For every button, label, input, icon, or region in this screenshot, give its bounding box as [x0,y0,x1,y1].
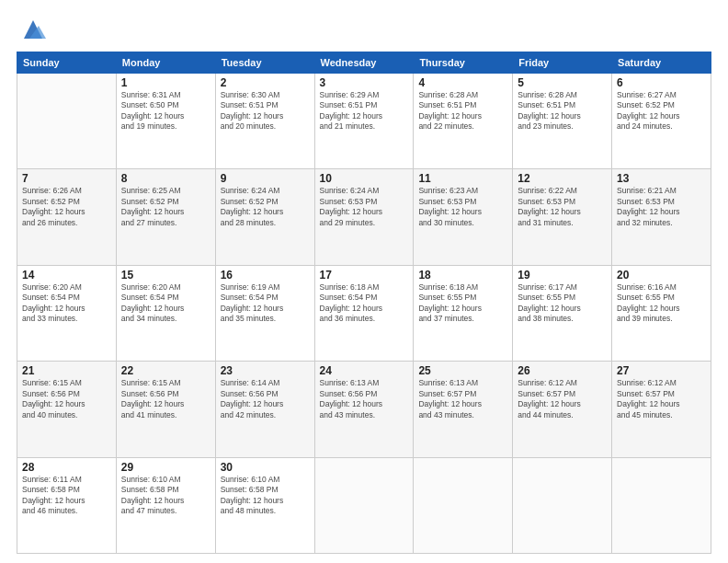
weekday-header-sunday: Sunday [17,52,117,74]
calendar-cell: 2Sunrise: 6:30 AM Sunset: 6:51 PM Daylig… [215,74,314,169]
day-number: 23 [221,364,310,377]
calendar-cell: 17Sunrise: 6:18 AM Sunset: 6:54 PM Dayli… [314,265,414,361]
day-number: 11 [418,172,507,185]
day-number: 25 [418,364,507,377]
day-number: 27 [617,364,706,377]
calendar-cell: 6Sunrise: 6:27 AM Sunset: 6:52 PM Daylig… [612,74,711,169]
day-info: Sunrise: 6:15 AM Sunset: 6:56 PM Dayligh… [22,378,111,420]
day-number: 26 [518,364,607,377]
calendar-cell: 5Sunrise: 6:28 AM Sunset: 6:51 PM Daylig… [513,74,612,169]
day-number: 19 [518,269,607,282]
day-number: 20 [617,269,706,282]
calendar-cell: 29Sunrise: 6:10 AM Sunset: 6:58 PM Dayli… [116,457,215,553]
day-number: 28 [22,461,111,474]
day-info: Sunrise: 6:10 AM Sunset: 6:58 PM Dayligh… [121,475,210,517]
day-number: 21 [22,364,111,377]
calendar-cell [612,457,711,553]
calendar-cell: 30Sunrise: 6:10 AM Sunset: 6:58 PM Dayli… [215,457,314,553]
calendar-cell: 24Sunrise: 6:13 AM Sunset: 6:56 PM Dayli… [314,362,414,457]
calendar-cell: 10Sunrise: 6:24 AM Sunset: 6:53 PM Dayli… [314,169,414,265]
calendar-cell [513,457,612,553]
calendar-cell: 23Sunrise: 6:14 AM Sunset: 6:56 PM Dayli… [215,362,314,457]
day-info: Sunrise: 6:27 AM Sunset: 6:52 PM Dayligh… [617,90,706,132]
day-info: Sunrise: 6:22 AM Sunset: 6:53 PM Dayligh… [518,186,607,228]
calendar-cell [314,457,414,553]
day-number: 18 [418,269,507,282]
calendar-cell [414,457,513,553]
calendar-cell [17,74,117,169]
weekday-header-tuesday: Tuesday [215,52,314,74]
weekday-header-thursday: Thursday [414,52,513,74]
day-info: Sunrise: 6:16 AM Sunset: 6:55 PM Dayligh… [617,282,706,325]
logo-icon [20,17,46,42]
calendar-cell: 12Sunrise: 6:22 AM Sunset: 6:53 PM Dayli… [513,169,612,265]
calendar-cell: 22Sunrise: 6:15 AM Sunset: 6:56 PM Dayli… [116,362,215,457]
calendar-cell: 14Sunrise: 6:20 AM Sunset: 6:54 PM Dayli… [17,265,117,361]
day-number: 8 [121,172,210,185]
calendar-cell: 19Sunrise: 6:17 AM Sunset: 6:55 PM Dayli… [513,265,612,361]
day-info: Sunrise: 6:23 AM Sunset: 6:53 PM Dayligh… [418,186,507,228]
day-number: 30 [221,461,310,474]
day-number: 14 [22,269,111,282]
day-info: Sunrise: 6:20 AM Sunset: 6:54 PM Dayligh… [22,282,111,325]
calendar-cell: 11Sunrise: 6:23 AM Sunset: 6:53 PM Dayli… [414,169,513,265]
calendar-cell: 18Sunrise: 6:18 AM Sunset: 6:55 PM Dayli… [414,265,513,361]
logo [17,17,46,42]
day-info: Sunrise: 6:15 AM Sunset: 6:56 PM Dayligh… [121,378,210,420]
calendar-cell: 25Sunrise: 6:13 AM Sunset: 6:57 PM Dayli… [414,362,513,457]
calendar-cell: 8Sunrise: 6:25 AM Sunset: 6:52 PM Daylig… [116,169,215,265]
calendar-cell: 4Sunrise: 6:28 AM Sunset: 6:51 PM Daylig… [414,74,513,169]
day-info: Sunrise: 6:24 AM Sunset: 6:53 PM Dayligh… [320,186,409,228]
day-number: 15 [121,269,210,282]
day-info: Sunrise: 6:28 AM Sunset: 6:51 PM Dayligh… [518,90,607,132]
day-info: Sunrise: 6:20 AM Sunset: 6:54 PM Dayligh… [121,282,210,325]
day-number: 16 [221,269,310,282]
day-info: Sunrise: 6:28 AM Sunset: 6:51 PM Dayligh… [418,90,507,132]
calendar-week-row: 7Sunrise: 6:26 AM Sunset: 6:52 PM Daylig… [17,169,711,265]
calendar-cell: 1Sunrise: 6:31 AM Sunset: 6:50 PM Daylig… [116,74,215,169]
weekday-header-row: SundayMondayTuesdayWednesdayThursdayFrid… [17,52,711,74]
calendar-cell: 28Sunrise: 6:11 AM Sunset: 6:58 PM Dayli… [17,457,117,553]
day-info: Sunrise: 6:10 AM Sunset: 6:58 PM Dayligh… [221,475,310,517]
day-info: Sunrise: 6:11 AM Sunset: 6:58 PM Dayligh… [22,475,111,517]
day-info: Sunrise: 6:31 AM Sunset: 6:50 PM Dayligh… [121,90,210,132]
day-number: 29 [121,461,210,474]
header [17,17,711,42]
day-number: 10 [320,172,409,185]
calendar-cell: 3Sunrise: 6:29 AM Sunset: 6:51 PM Daylig… [314,74,414,169]
day-info: Sunrise: 6:21 AM Sunset: 6:53 PM Dayligh… [617,186,706,228]
day-number: 24 [320,364,409,377]
calendar-table: SundayMondayTuesdayWednesdayThursdayFrid… [17,52,711,554]
calendar-cell: 13Sunrise: 6:21 AM Sunset: 6:53 PM Dayli… [612,169,711,265]
calendar-week-row: 28Sunrise: 6:11 AM Sunset: 6:58 PM Dayli… [17,457,711,553]
calendar-week-row: 21Sunrise: 6:15 AM Sunset: 6:56 PM Dayli… [17,362,711,457]
day-info: Sunrise: 6:26 AM Sunset: 6:52 PM Dayligh… [22,186,111,228]
calendar-cell: 20Sunrise: 6:16 AM Sunset: 6:55 PM Dayli… [612,265,711,361]
day-number: 7 [22,172,111,185]
calendar-cell: 15Sunrise: 6:20 AM Sunset: 6:54 PM Dayli… [116,265,215,361]
day-number: 3 [320,76,409,89]
day-info: Sunrise: 6:30 AM Sunset: 6:51 PM Dayligh… [221,90,310,132]
weekday-header-saturday: Saturday [612,52,711,74]
page: SundayMondayTuesdayWednesdayThursdayFrid… [0,0,728,563]
day-number: 6 [617,76,706,89]
day-info: Sunrise: 6:12 AM Sunset: 6:57 PM Dayligh… [617,378,706,420]
day-info: Sunrise: 6:29 AM Sunset: 6:51 PM Dayligh… [320,90,409,132]
day-number: 17 [320,269,409,282]
day-number: 12 [518,172,607,185]
day-info: Sunrise: 6:25 AM Sunset: 6:52 PM Dayligh… [121,186,210,228]
calendar-week-row: 1Sunrise: 6:31 AM Sunset: 6:50 PM Daylig… [17,74,711,169]
day-info: Sunrise: 6:12 AM Sunset: 6:57 PM Dayligh… [518,378,607,420]
day-info: Sunrise: 6:17 AM Sunset: 6:55 PM Dayligh… [518,282,607,325]
weekday-header-monday: Monday [116,52,215,74]
day-number: 22 [121,364,210,377]
day-info: Sunrise: 6:19 AM Sunset: 6:54 PM Dayligh… [221,282,310,325]
day-number: 1 [121,76,210,89]
day-number: 13 [617,172,706,185]
day-number: 5 [518,76,607,89]
calendar-week-row: 14Sunrise: 6:20 AM Sunset: 6:54 PM Dayli… [17,265,711,361]
day-number: 9 [221,172,310,185]
calendar-cell: 21Sunrise: 6:15 AM Sunset: 6:56 PM Dayli… [17,362,117,457]
day-info: Sunrise: 6:13 AM Sunset: 6:56 PM Dayligh… [320,378,409,420]
day-info: Sunrise: 6:13 AM Sunset: 6:57 PM Dayligh… [418,378,507,420]
